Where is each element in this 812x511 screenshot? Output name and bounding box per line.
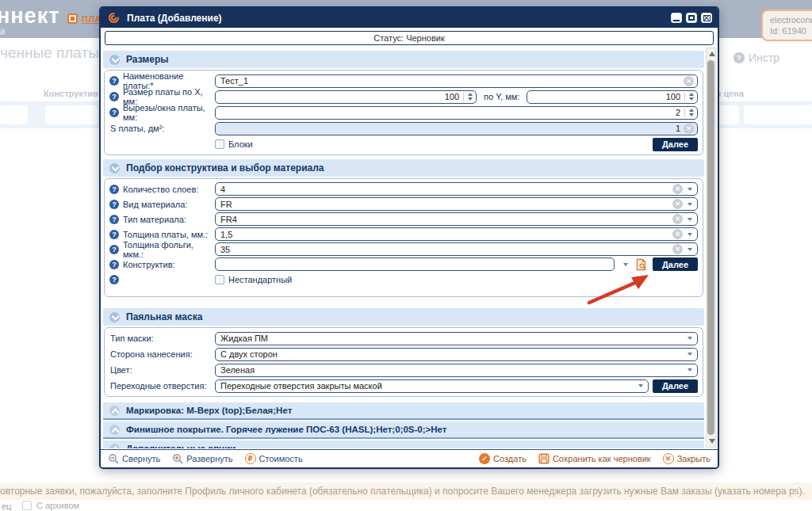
clear-icon[interactable]: ✕ — [672, 214, 683, 224]
coil-logo-icon — [108, 12, 120, 24]
help-icon[interactable]: ? — [109, 185, 119, 194]
help-icon[interactable]: ? — [109, 215, 119, 224]
form-row: ? Наименование платы:* Тест_1 ✕ — [105, 73, 703, 89]
help-link[interactable]: ? Инстр — [733, 51, 779, 64]
spinner-icon[interactable] — [684, 109, 694, 116]
size-x-value: 100 — [220, 92, 459, 101]
layers-label: Количество слоев: — [123, 185, 198, 194]
chevron-down-icon[interactable] — [638, 384, 643, 387]
mask-side-select[interactable]: С двух сторон — [215, 348, 698, 361]
section-header-sizes[interactable]: Размеры — [103, 51, 704, 68]
maximize-button[interactable] — [686, 13, 697, 23]
help-icon[interactable]: ? — [109, 275, 119, 284]
logo-text: ннект — [0, 4, 59, 29]
mask-type-select[interactable]: Жидкая ПМ — [215, 332, 698, 345]
chevron-down-icon[interactable] — [688, 368, 692, 372]
clear-icon[interactable]: ✕ — [672, 199, 683, 209]
expand-all-button[interactable]: Развернуть — [172, 453, 232, 464]
chevron-down-icon[interactable] — [688, 203, 692, 206]
form-row: Тип маски: Жидкая ПМ — [105, 330, 703, 346]
help-icon[interactable]: ? — [109, 200, 119, 209]
blocks-checkbox[interactable] — [215, 139, 224, 149]
cost-button[interactable]: ₽ Стоимость — [245, 453, 303, 464]
scroll-down-icon[interactable] — [709, 439, 715, 444]
size-x-input[interactable]: 100 — [215, 90, 477, 104]
mask-color-label: Цвет: — [110, 365, 132, 375]
board-name-input[interactable]: Тест_1 ✕ — [215, 74, 698, 88]
form-row: ? Толщина фольги, мкм.: 35 ✕ — [105, 242, 703, 257]
filter-input[interactable] — [0, 105, 28, 124]
filter-input[interactable] — [744, 105, 812, 124]
chevron-down-icon[interactable] — [688, 218, 692, 221]
help-icon[interactable]: ? — [109, 76, 119, 86]
section-header-extra-options[interactable]: Дополнительные опции — [103, 440, 704, 448]
via-holes-select[interactable]: Переходные отверстия закрыты маской — [215, 379, 649, 393]
section-header-finish[interactable]: Финишное покрытие. Горячее лужение ПОС-6… — [103, 421, 704, 439]
next-button-mask[interactable]: Далее — [653, 379, 698, 393]
help-label: Инстр — [749, 51, 779, 64]
section-title: Паяльная маска — [126, 311, 202, 322]
bottom-text-fragment: ец — [2, 501, 11, 511]
chevron-down-icon[interactable] — [688, 188, 692, 191]
dialog-titlebar[interactable]: Плата (Добавление) — [101, 8, 718, 28]
cutouts-input[interactable]: 2 — [215, 106, 698, 120]
clear-icon[interactable]: ✕ — [672, 229, 683, 239]
chevron-down-icon[interactable] — [688, 233, 692, 236]
column-header-price: я цена — [716, 89, 744, 98]
account-name: electroconn — [770, 14, 812, 25]
material-kind-label: Вид материала: — [123, 200, 187, 209]
filter-input[interactable] — [718, 105, 739, 124]
minimize-button[interactable] — [671, 13, 682, 23]
size-y-value: 100 — [532, 92, 680, 101]
mask-color-select[interactable]: Зеленая — [215, 364, 698, 377]
size-y-label: по Y, мм: — [481, 92, 523, 101]
board-thickness-select[interactable]: 1,5 ✕ — [215, 227, 698, 241]
help-icon[interactable]: ? — [109, 245, 119, 254]
size-y-input[interactable]: 100 — [527, 90, 698, 104]
magnifier-minus-icon — [108, 453, 119, 464]
dialog-scrollbar[interactable] — [706, 48, 716, 448]
create-button[interactable]: ✓ Создать — [479, 453, 527, 464]
next-button-sizes[interactable]: Далее — [653, 138, 698, 151]
constructive-label: Конструктив: — [123, 260, 175, 269]
section-header-mask[interactable]: Паяльная маска — [103, 308, 704, 326]
close-button[interactable] — [701, 13, 712, 23]
help-icon[interactable]: ? — [109, 108, 119, 117]
chevron-down-icon[interactable] — [688, 337, 692, 340]
chevron-down-icon[interactable] — [688, 353, 692, 356]
constructive-select[interactable] — [215, 257, 615, 271]
section-header-material[interactable]: Подбор конструктива и выбор материала — [103, 159, 704, 177]
cost-label: Стоимость — [259, 454, 303, 463]
spinner-icon[interactable] — [684, 93, 694, 101]
clear-icon[interactable]: ✕ — [684, 76, 694, 86]
scrollbar-thumb[interactable] — [707, 60, 714, 435]
close-circle-icon: ✕ — [663, 453, 674, 464]
section-header-marking[interactable]: Маркировка: М-Верх (top);Белая;Нет — [103, 402, 704, 420]
clear-icon[interactable]: ✕ — [684, 124, 694, 134]
archive-checkbox[interactable] — [22, 501, 32, 510]
close-dialog-button[interactable]: ✕ Закрыть — [663, 453, 710, 464]
clear-icon[interactable]: ✕ — [672, 244, 683, 254]
blocks-checkbox-label: Блоки — [228, 139, 253, 149]
material-type-select[interactable]: FR4 ✕ — [215, 212, 698, 226]
mask-panel: Тип маски: Жидкая ПМ Сторона нанесения: … — [104, 327, 703, 397]
top-nav-link[interactable]: ПЛА — [67, 13, 102, 24]
chevron-down-icon[interactable] — [688, 248, 692, 251]
help-icon[interactable]: ? — [109, 260, 119, 269]
scroll-up-icon[interactable] — [709, 51, 715, 56]
minimize-icon — [673, 20, 680, 21]
help-icon[interactable]: ? — [109, 92, 119, 101]
help-icon[interactable]: ? — [109, 230, 119, 239]
nonstandard-checkbox[interactable] — [215, 275, 224, 284]
foil-thickness-select[interactable]: 35 ✕ — [215, 242, 698, 256]
filter-input[interactable] — [45, 105, 98, 124]
clear-icon[interactable]: ✕ — [672, 184, 683, 194]
layers-select[interactable]: 4 ✕ — [215, 182, 698, 196]
material-kind-select[interactable]: FR ✕ — [215, 197, 698, 211]
form-row: ? Тип материала: FR4 ✕ — [105, 212, 703, 227]
form-row: S платы, дм²: 1 ✕ — [105, 120, 703, 136]
save-draft-button[interactable]: Сохранить как черновик — [538, 453, 651, 464]
collapse-all-button[interactable]: Свернуть — [108, 453, 160, 464]
account-badge[interactable]: electroconn Id: 61940 — [761, 10, 812, 41]
spinner-icon[interactable] — [463, 93, 473, 101]
